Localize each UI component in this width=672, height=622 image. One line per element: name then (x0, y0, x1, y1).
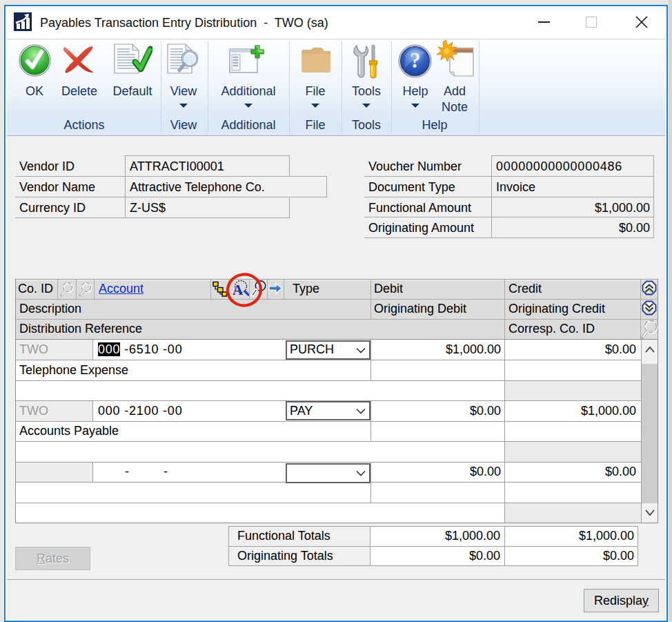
svg-text:?: ? (410, 48, 421, 72)
